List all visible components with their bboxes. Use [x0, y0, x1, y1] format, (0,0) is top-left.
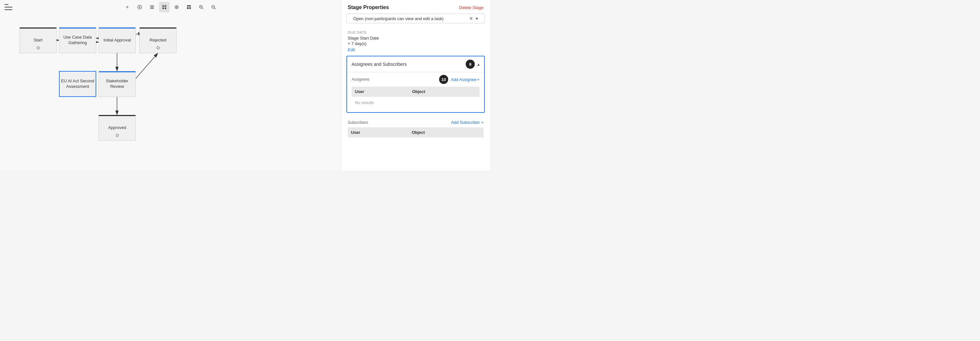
col-object: Object [409, 86, 480, 97]
due-date-offset: + 7 day(s) [348, 41, 484, 46]
node-approved[interactable]: Approved ⊙ [99, 115, 136, 141]
svg-rect-7 [162, 8, 164, 9]
add-assignee-button[interactable]: Add Assignee + [451, 77, 480, 82]
due-date-label: Due Date [348, 30, 484, 34]
sub-col-object: Object [408, 127, 484, 137]
node-eu-ai-act[interactable]: EU AI Act Second Assessment [59, 71, 96, 97]
layout-tool-button[interactable] [184, 2, 194, 12]
node-eu-ai-act-label: EU AI Act Second Assessment [60, 78, 95, 89]
rejected-icon: ⊙ [156, 45, 160, 50]
edit-link[interactable]: Edit [348, 47, 355, 52]
right-panel: Stage Properties Delete Stage Open (non-… [341, 0, 490, 170]
node-start[interactable]: Start ⊙ [19, 27, 57, 53]
workflow-canvas: + [0, 0, 341, 170]
no-results-text: No results [352, 97, 480, 108]
assignees-section-header[interactable]: Assignees and Subscribers 9 ▴ [347, 56, 484, 72]
subscribers-label: Subscribers [348, 120, 368, 125]
svg-rect-2 [150, 5, 154, 6]
workflow-diagram: Start ⊙ Use Case Data Gathering Initial … [0, 14, 341, 170]
node-rejected-label: Rejected [150, 38, 166, 43]
subscribers-section: Subscribers Add Subscriber + User Object [341, 117, 490, 141]
start-icon: ⊙ [36, 45, 40, 50]
col-user: User [352, 86, 409, 97]
panel-title: Stage Properties [348, 5, 389, 10]
add-subscriber-button[interactable]: Add Subscriber + [451, 120, 484, 125]
due-date-section: Due Date Stage Start Date + 7 day(s) Edi… [341, 27, 490, 56]
assignees-table: User Object No results [352, 86, 480, 108]
svg-rect-10 [187, 5, 191, 6]
subscribers-table: User Object [348, 127, 484, 137]
panel-header: Stage Properties Delete Stage [341, 0, 490, 14]
svg-point-1 [139, 6, 140, 8]
svg-rect-12 [189, 7, 191, 9]
chevron-down-icon[interactable]: ▾ [476, 16, 478, 21]
due-date-value: Stage Start Date [348, 36, 484, 40]
dropdown-value: Open (non-participants can view and edit… [353, 16, 444, 21]
svg-rect-5 [162, 5, 164, 7]
assignees-sub-label: Assignees [352, 77, 369, 82]
assignees-section: Assignees and Subscribers 9 ▴ Assignees … [347, 56, 485, 113]
node-stakeholder-review-label: Stakeholder Review [99, 78, 135, 89]
subscribers-header: Subscribers Add Subscriber + [348, 120, 484, 125]
node-approved-label: Approved [108, 125, 126, 131]
badge-10: 10 [439, 75, 448, 84]
chevron-up-icon: ▴ [477, 62, 480, 67]
node-rejected[interactable]: Rejected ⊙ [139, 27, 177, 53]
zoom-out-button[interactable] [208, 2, 219, 12]
node-initial-approval[interactable]: Initial Approval [99, 27, 136, 53]
svg-rect-6 [165, 5, 166, 7]
svg-line-21 [136, 53, 158, 78]
node-use-case-label: Use Case Data Gathering [59, 35, 96, 46]
list-tool-button[interactable] [147, 2, 157, 12]
svg-rect-3 [150, 7, 154, 8]
approved-icon: ⊙ [115, 132, 119, 138]
toolbar: + [0, 0, 341, 14]
assignees-badge: 9 [466, 60, 475, 69]
svg-rect-11 [187, 7, 189, 9]
delete-stage-button[interactable]: Delete Stage [459, 5, 484, 10]
plug-tool-button[interactable] [172, 2, 182, 12]
assignees-content: Assignees 10 Add Assignee + User Object [347, 72, 484, 112]
node-use-case[interactable]: Use Case Data Gathering [59, 27, 96, 53]
grid-tool-button[interactable] [159, 2, 170, 12]
sidebar-toggle[interactable] [4, 3, 13, 11]
zoom-in-button[interactable] [196, 2, 207, 12]
svg-rect-8 [165, 8, 166, 9]
node-start-label: Start [34, 38, 43, 43]
cursor-tool-button[interactable] [135, 2, 145, 12]
no-results-row: No results [352, 97, 480, 108]
close-icon[interactable]: ✕ [469, 16, 473, 21]
node-initial-approval-label: Initial Approval [103, 38, 131, 43]
node-stakeholder-review[interactable]: Stakeholder Review [99, 71, 136, 97]
add-node-button[interactable]: + [122, 2, 132, 12]
assignees-sub-header: Assignees 10 Add Assignee + [352, 75, 480, 84]
assignees-title: Assignees and Subscribers [352, 62, 407, 67]
svg-rect-4 [150, 8, 154, 9]
sub-col-user: User [348, 127, 408, 137]
stage-visibility-dropdown[interactable]: Open (non-participants can view and edit… [347, 14, 485, 23]
